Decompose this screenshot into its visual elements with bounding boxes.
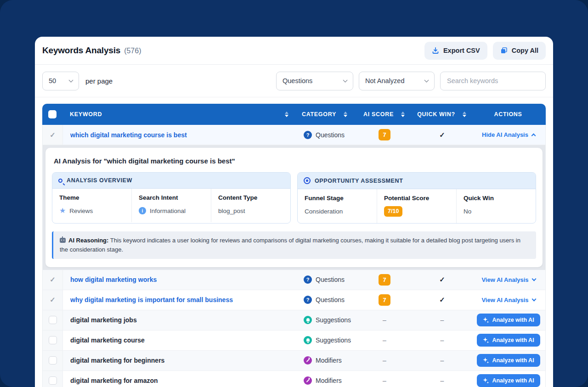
row-check-cell[interactable]: ✓ bbox=[43, 125, 63, 145]
category-cell: ?Questions bbox=[294, 125, 356, 145]
per-page-label: per page bbox=[85, 77, 113, 85]
score-dash: – bbox=[383, 357, 386, 364]
column-keyword-label: KEYWORD bbox=[70, 111, 102, 118]
copy-all-label: Copy All bbox=[512, 47, 538, 54]
status-filter-select[interactable]: Not Analyzed bbox=[359, 72, 435, 90]
search-intent-label: Search Intent bbox=[139, 194, 204, 201]
funnel-stage-value: Consideration bbox=[305, 206, 370, 216]
category-label: Modifiers bbox=[316, 377, 342, 384]
row-checkbox[interactable] bbox=[49, 336, 57, 344]
category-label: Questions bbox=[316, 131, 345, 139]
ai-analysis-expanded-section: AI Analysis for "which digital marketing… bbox=[43, 145, 545, 270]
actions-cell: Hide AI Analysis bbox=[471, 125, 546, 145]
view-ai-analysis-link[interactable]: View AI Analysis bbox=[481, 276, 535, 283]
analyzed-check-icon: ✓ bbox=[50, 275, 56, 284]
row-check-cell[interactable]: ✓ bbox=[43, 270, 63, 290]
quick-win-check-icon: ✓ bbox=[439, 296, 445, 304]
export-csv-button[interactable]: Export CSV bbox=[424, 42, 487, 60]
analyze-with-ai-button[interactable]: Analyze with AI bbox=[477, 334, 540, 347]
action-label: Analyze with AI bbox=[492, 377, 534, 384]
table-row: digital marketing course Suggestions – –… bbox=[43, 331, 545, 351]
actions-cell: View AI Analysis bbox=[471, 290, 546, 310]
score-dash: – bbox=[383, 337, 386, 344]
view-ai-analysis-link[interactable]: View AI Analysis bbox=[481, 297, 535, 303]
keyword-text: digital marketing course bbox=[70, 337, 145, 344]
row-check-cell bbox=[43, 351, 63, 370]
search-intent-value-wrap: iInformational bbox=[139, 206, 204, 216]
keyword-text: digital marketing for beginners bbox=[70, 357, 164, 364]
sort-icon[interactable] bbox=[463, 112, 466, 117]
ai-score-cell: – bbox=[356, 371, 413, 387]
ai-score-cell: – bbox=[356, 351, 413, 370]
page-title: Keywords Analysis bbox=[42, 45, 120, 56]
search-input[interactable] bbox=[440, 72, 546, 90]
row-check-cell bbox=[43, 331, 63, 350]
question-glyph: ? bbox=[306, 132, 310, 138]
table-row: ✓ which digital marketing course is best… bbox=[43, 125, 545, 145]
action-label: View AI Analysis bbox=[481, 297, 528, 303]
chevron-down-icon bbox=[531, 276, 536, 281]
analyze-with-ai-button[interactable]: Analyze with AI bbox=[477, 314, 540, 326]
quick-win-cell: ✓ bbox=[413, 125, 471, 145]
row-checkbox[interactable] bbox=[49, 356, 57, 365]
sort-icon[interactable] bbox=[401, 112, 405, 117]
column-ai-score-label: AI SCORE bbox=[363, 111, 394, 118]
sort-icon[interactable] bbox=[344, 112, 347, 117]
keyword-text: digital marketing for amazon bbox=[70, 377, 158, 384]
per-page-select[interactable]: 50 bbox=[42, 72, 79, 90]
table-row: digital marketing jobs Suggestions – – A… bbox=[43, 310, 545, 331]
download-icon bbox=[432, 47, 439, 54]
hide-ai-analysis-link[interactable]: Hide AI Analysis bbox=[482, 131, 535, 138]
table-row: ✓ how digital marketing works ?Questions… bbox=[43, 270, 545, 290]
question-circle-icon: ? bbox=[304, 275, 312, 284]
analysis-overview-panel: ANALYSIS OVERVIEW Theme ★Reviews Search … bbox=[52, 172, 291, 224]
keywords-analysis-panel: Keywords Analysis (576) Export CSV Copy … bbox=[35, 37, 553, 387]
potential-score-badge: 7/10 bbox=[384, 206, 402, 217]
keyword-link[interactable]: why digital marketing is important for s… bbox=[70, 296, 233, 303]
row-checkbox[interactable] bbox=[49, 376, 57, 385]
action-label: View AI Analysis bbox=[481, 276, 528, 283]
star-icon: ★ bbox=[59, 207, 66, 214]
opportunity-assessment-header: OPPORTUNITY ASSESSMENT bbox=[298, 173, 536, 189]
page-background: Keywords Analysis (576) Export CSV Copy … bbox=[0, 0, 588, 387]
row-check-cell[interactable]: ✓ bbox=[43, 290, 63, 310]
row-checkbox[interactable] bbox=[49, 316, 57, 324]
filters-bar: 50 per page Questions Not Analyzed bbox=[35, 65, 553, 97]
keyword-cell: which digital marketing course is best bbox=[63, 125, 294, 145]
score-badge: 7 bbox=[379, 294, 390, 306]
select-all-checkbox[interactable] bbox=[48, 110, 57, 118]
target-icon bbox=[304, 177, 311, 184]
quick-win-cell: – bbox=[413, 310, 471, 330]
category-filter-select[interactable]: Questions bbox=[276, 72, 353, 90]
select-all-cell bbox=[42, 104, 62, 125]
action-label: Hide AI Analysis bbox=[482, 131, 528, 138]
category-cell: Suggestions bbox=[294, 310, 356, 330]
action-label: Analyze with AI bbox=[492, 317, 534, 323]
analyze-with-ai-button[interactable]: Analyze with AI bbox=[477, 354, 540, 367]
table-row: digital marketing for beginners Modifier… bbox=[43, 351, 545, 371]
keyword-link[interactable]: which digital marketing course is best bbox=[70, 131, 187, 139]
chevron-down-icon bbox=[424, 78, 429, 82]
category-cell: ?Questions bbox=[294, 290, 356, 310]
per-page-value: 50 bbox=[49, 77, 56, 84]
column-actions: ACTIONS bbox=[470, 111, 546, 118]
potential-score-label: Potential Score bbox=[384, 195, 449, 202]
category-label: Suggestions bbox=[316, 337, 351, 344]
column-actions-label: ACTIONS bbox=[494, 111, 522, 118]
keyword-link[interactable]: how digital marketing works bbox=[70, 276, 157, 283]
analyze-with-ai-button[interactable]: Analyze with AI bbox=[477, 374, 540, 387]
analysis-overview-heading: ANALYSIS OVERVIEW bbox=[67, 177, 132, 184]
ai-reasoning-text: This keyword indicates a user looking fo… bbox=[60, 237, 520, 253]
status-filter-value: Not Analyzed bbox=[365, 77, 404, 84]
sparkle-icon bbox=[483, 358, 489, 364]
quick-win-cell: ✓ bbox=[413, 290, 471, 310]
sort-icon[interactable] bbox=[285, 112, 288, 117]
ai-reasoning-block: AI Reasoning: This keyword indicates a u… bbox=[52, 231, 536, 259]
score-dash: – bbox=[383, 377, 386, 384]
question-circle-icon: ? bbox=[304, 131, 312, 139]
score-badge: 7 bbox=[379, 129, 390, 140]
copy-all-button[interactable]: Copy All bbox=[493, 42, 546, 60]
keyword-text: digital marketing jobs bbox=[70, 316, 137, 324]
theme-value-wrap: ★Reviews bbox=[59, 206, 124, 216]
keyword-cell: digital marketing for beginners bbox=[63, 351, 294, 370]
